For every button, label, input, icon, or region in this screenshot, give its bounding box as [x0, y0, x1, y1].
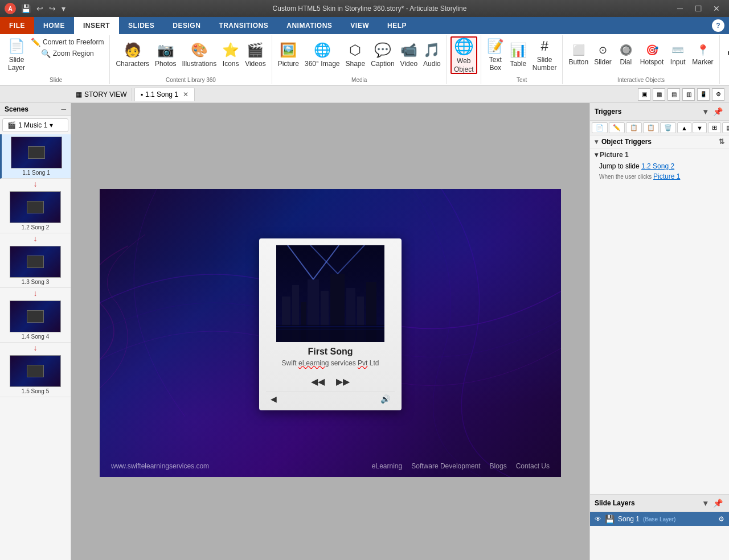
- slider-button[interactable]: ⊙ Slider: [592, 36, 614, 74]
- maximize-button[interactable]: ☐: [690, 3, 706, 14]
- layers-undock-icon[interactable]: 📌: [711, 498, 724, 508]
- layout-btn-5[interactable]: 📱: [697, 88, 710, 101]
- rewind-button[interactable]: ◀◀: [311, 376, 325, 387]
- layout-btn-3[interactable]: ▤: [667, 88, 680, 101]
- icons-button[interactable]: ⭐ Icons: [220, 36, 241, 74]
- zoom-region-button[interactable]: 🔍 Zoom Region: [28, 48, 106, 59]
- window-controls[interactable]: ─ ☐ ✕: [672, 3, 724, 14]
- triggers-undock-icon[interactable]: 📌: [711, 106, 724, 117]
- photos-button[interactable]: 📷 Photos: [153, 36, 178, 74]
- redo-icon[interactable]: ↪: [47, 3, 58, 14]
- new-trigger-button[interactable]: 📄: [592, 122, 608, 133]
- minimize-button[interactable]: ─: [672, 3, 688, 14]
- save-icon[interactable]: 💾: [19, 3, 32, 14]
- quick-access-toolbar[interactable]: 💾 ↩ ↪ ▾: [19, 3, 67, 14]
- text-box-button[interactable]: 📝 TextBox: [485, 36, 506, 74]
- slider-icon: ⊙: [599, 44, 607, 57]
- fast-forward-button[interactable]: ▶▶: [336, 376, 350, 387]
- 360-image-button[interactable]: 🌐 360° Image: [302, 36, 342, 74]
- tab-design[interactable]: DESIGN: [163, 17, 210, 34]
- slide-canvas[interactable]: First Song Swift eLearning services Pvt …: [71, 103, 589, 560]
- expand-trigger-button[interactable]: ⊞: [708, 122, 721, 133]
- layout-btn-4[interactable]: ▥: [682, 88, 695, 101]
- slide-item-1-4[interactable]: 1.4 Song 4: [0, 298, 71, 343]
- story-view-tab[interactable]: ▦ STORY VIEW: [71, 88, 132, 101]
- collapse-scenes-icon[interactable]: ─: [61, 105, 66, 113]
- video-button[interactable]: 📹 Video: [398, 36, 420, 74]
- tab-view[interactable]: VIEW: [341, 17, 378, 34]
- close-button[interactable]: ✕: [708, 3, 724, 14]
- characters-button[interactable]: 🧑 Characters: [113, 36, 151, 74]
- settings-button[interactable]: ⚙: [712, 88, 724, 101]
- story-view-label: STORY VIEW: [84, 90, 127, 98]
- layer-visibility-icon[interactable]: 👁: [595, 515, 601, 523]
- shape-button[interactable]: ⬡ Shape: [343, 36, 368, 74]
- layer-options-icon[interactable]: ⚙: [718, 515, 724, 523]
- slide-thumb-inner-1-2: [27, 201, 44, 213]
- picture-button[interactable]: 🖼️ Picture: [276, 36, 301, 74]
- convert-freeform-button[interactable]: ✏️ Convert to Freeform: [28, 36, 106, 48]
- ribbon-tabs[interactable]: FILE HOME INSERT SLIDES DESIGN TRANSITIO…: [0, 17, 729, 34]
- collapse-icon[interactable]: ▾: [595, 151, 598, 159]
- expand-icon[interactable]: ▾: [60, 3, 67, 14]
- copy-trigger-button[interactable]: 📋: [626, 122, 642, 133]
- move-down-trigger-button[interactable]: ▼: [693, 122, 707, 133]
- slide-layer-button[interactable]: 📄 SlideLayer: [6, 36, 27, 74]
- tab-transitions[interactable]: TRANSITIONS: [210, 17, 277, 34]
- caption-button[interactable]: 💬 Caption: [368, 36, 396, 74]
- tab-slides[interactable]: SLIDES: [119, 17, 163, 34]
- cursor-tool[interactable]: ↖: [720, 36, 729, 74]
- scene-selector[interactable]: 🎬 1 Music 1 ▾: [2, 118, 68, 132]
- input-button[interactable]: ⌨️ Input: [667, 36, 689, 74]
- marker-button[interactable]: 📍 Marker: [690, 36, 715, 74]
- prev-track-button[interactable]: ◀: [271, 394, 277, 403]
- slide-tab-1-1[interactable]: ▪ 1.1 Song 1 ✕: [134, 88, 195, 101]
- tab-home[interactable]: HOME: [34, 17, 74, 34]
- footer-link-software[interactable]: Software Development: [411, 462, 480, 470]
- object-triggers-sort-icon[interactable]: ⇅: [719, 138, 724, 146]
- illustrations-button[interactable]: 🎨 Illustrations: [179, 36, 219, 74]
- audio-button[interactable]: 🎵 Audio: [421, 36, 443, 74]
- edit-trigger-button[interactable]: ✏️: [609, 122, 625, 133]
- interactive-label: Interactive Objects: [617, 77, 665, 83]
- dial-button[interactable]: 🔘 Dial: [615, 36, 637, 74]
- triggers-collapse-icon[interactable]: ▾: [702, 106, 709, 117]
- illustrations-icon: 🎨: [191, 42, 208, 59]
- web-object-button[interactable]: 🌐 WebObject: [450, 36, 477, 74]
- slide-item-1-5[interactable]: 1.5 Song 5: [0, 353, 71, 397]
- move-up-trigger-button[interactable]: ▲: [677, 122, 691, 133]
- tab-animations[interactable]: ANIMATIONS: [277, 17, 341, 34]
- help-icon[interactable]: ?: [712, 19, 724, 32]
- slide-number-button[interactable]: # SlideNumber: [530, 36, 559, 74]
- footer-link-blogs[interactable]: Blogs: [490, 462, 507, 470]
- button-button[interactable]: ⬜ Button: [566, 36, 591, 74]
- tab-help[interactable]: HELP: [378, 17, 416, 34]
- slide-item-1-3[interactable]: 1.3 Song 3: [0, 244, 71, 288]
- audio-icon: 🎵: [423, 42, 440, 59]
- object-triggers-collapse-icon[interactable]: ▾: [595, 138, 598, 146]
- videos-button[interactable]: 🎬 Videos: [243, 36, 268, 74]
- slide-item-1-1[interactable]: 1.1 Song 1: [0, 134, 71, 179]
- trigger-object-name-picture1: ▾ Picture 1: [595, 151, 724, 159]
- slide-label-1-5: 1.5 Song 5: [22, 388, 49, 394]
- tab-insert[interactable]: INSERT: [74, 17, 119, 34]
- undo-icon[interactable]: ↩: [35, 3, 45, 14]
- hotspot-button[interactable]: 🎯 Hotspot: [638, 36, 666, 74]
- layer-item-song1[interactable]: 👁 💾 Song 1 (Base Layer) ⚙: [590, 512, 729, 526]
- volume-button[interactable]: 🔊: [380, 394, 390, 403]
- footer-link-elearning[interactable]: eLearning: [372, 462, 402, 470]
- layers-collapse-icon[interactable]: ▾: [702, 498, 709, 508]
- footer-link-contact[interactable]: Contact Us: [516, 462, 550, 470]
- panel-trigger-button[interactable]: ▤: [722, 122, 729, 133]
- trigger-slide-link[interactable]: 1.2 Song 2: [641, 162, 674, 170]
- layout-btn-1[interactable]: ▣: [638, 88, 650, 101]
- slide-item-1-2[interactable]: 1.2 Song 2: [0, 189, 71, 233]
- trigger-object-link[interactable]: Picture 1: [653, 172, 680, 180]
- tab-file[interactable]: FILE: [0, 17, 34, 34]
- delete-trigger-button[interactable]: 🗑️: [660, 122, 676, 133]
- close-tab-icon[interactable]: ✕: [183, 90, 189, 98]
- paste-trigger-button[interactable]: 📋: [643, 122, 659, 133]
- layout-btn-2[interactable]: ▦: [653, 88, 665, 101]
- table-button[interactable]: 📊 Table: [507, 36, 529, 74]
- cursor-icon: ↖: [726, 47, 729, 62]
